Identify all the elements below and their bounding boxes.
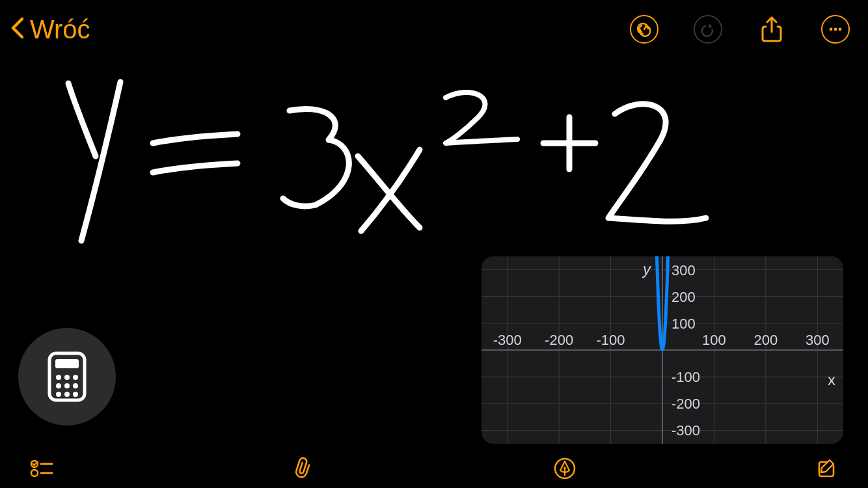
svg-text:-200: -200 bbox=[671, 396, 700, 412]
svg-text:200: 200 bbox=[671, 289, 696, 305]
checklist-icon bbox=[30, 459, 53, 478]
svg-point-13 bbox=[73, 383, 78, 388]
share-button[interactable] bbox=[757, 15, 786, 44]
compose-button[interactable] bbox=[813, 455, 839, 481]
calculator-icon bbox=[47, 351, 87, 402]
back-label: Wróć bbox=[30, 15, 90, 44]
svg-point-14 bbox=[56, 392, 61, 397]
svg-text:300: 300 bbox=[806, 332, 830, 348]
svg-marker-1 bbox=[708, 23, 713, 29]
svg-point-9 bbox=[64, 375, 70, 380]
redo-icon bbox=[700, 21, 716, 37]
redo-button bbox=[694, 15, 722, 44]
ellipsis-icon bbox=[828, 21, 843, 37]
svg-text:200: 200 bbox=[753, 332, 778, 348]
calculator-button[interactable] bbox=[18, 328, 116, 426]
attachment-button[interactable] bbox=[290, 455, 316, 481]
chevron-back-icon bbox=[8, 14, 27, 45]
handwritten-equation bbox=[39, 78, 722, 247]
svg-point-8 bbox=[56, 375, 61, 380]
svg-text:-300: -300 bbox=[671, 422, 700, 439]
markup-button[interactable] bbox=[552, 455, 578, 481]
svg-point-10 bbox=[73, 375, 78, 380]
undo-button[interactable] bbox=[630, 15, 658, 44]
pen-tip-icon bbox=[554, 457, 576, 480]
svg-rect-7 bbox=[55, 359, 79, 368]
svg-text:100: 100 bbox=[671, 316, 696, 332]
graph-plot: -300-200-100100200300300200100-100-200-3… bbox=[481, 256, 843, 444]
svg-point-16 bbox=[73, 392, 78, 397]
svg-text:-100: -100 bbox=[597, 332, 625, 348]
top-navbar: Wróć bbox=[0, 0, 868, 59]
svg-point-5 bbox=[839, 28, 842, 31]
svg-point-11 bbox=[56, 383, 61, 388]
back-button[interactable]: Wróć bbox=[8, 14, 90, 45]
svg-text:-300: -300 bbox=[493, 332, 522, 348]
bottom-toolbar bbox=[0, 449, 868, 488]
svg-point-4 bbox=[834, 28, 837, 31]
checklist-button[interactable] bbox=[29, 455, 55, 481]
svg-text:-200: -200 bbox=[545, 332, 573, 348]
svg-text:100: 100 bbox=[702, 332, 726, 348]
svg-point-15 bbox=[64, 392, 70, 397]
more-button[interactable] bbox=[821, 15, 850, 44]
compose-icon bbox=[815, 457, 837, 480]
svg-point-12 bbox=[64, 383, 70, 388]
share-icon bbox=[760, 15, 783, 44]
svg-point-47 bbox=[31, 470, 38, 476]
svg-text:-100: -100 bbox=[671, 369, 700, 385]
svg-text:300: 300 bbox=[671, 262, 696, 278]
svg-point-51 bbox=[563, 467, 566, 469]
graph-inset[interactable]: -300-200-100100200300300200100-100-200-3… bbox=[481, 256, 843, 444]
paperclip-icon bbox=[293, 457, 313, 480]
svg-point-3 bbox=[830, 28, 833, 31]
svg-text:x: x bbox=[828, 371, 835, 388]
nav-actions bbox=[630, 15, 850, 44]
svg-text:y: y bbox=[642, 260, 652, 278]
